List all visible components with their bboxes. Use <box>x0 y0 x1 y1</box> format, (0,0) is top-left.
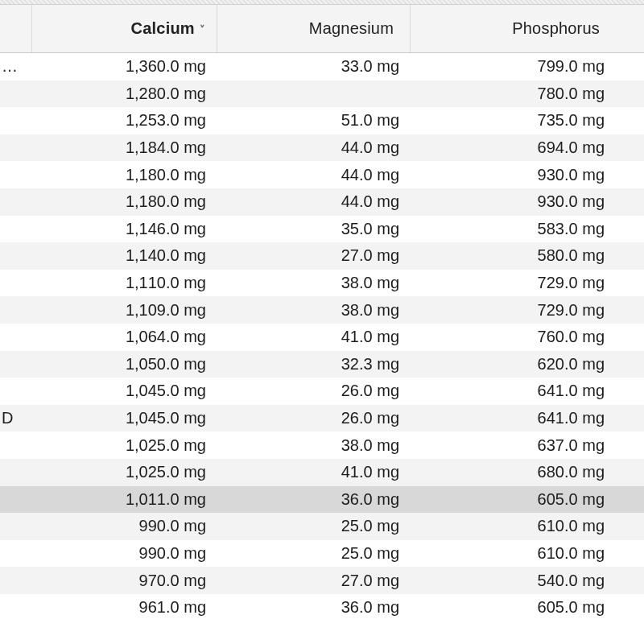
cell-phosphorus: 583.0 mg <box>411 216 616 243</box>
cell-calcium: 1,025.0 mg <box>32 459 217 486</box>
cell-phosphorus: 680.0 mg <box>411 459 616 486</box>
table-row[interactable]: 990.0 mg25.0 mg610.0 mg <box>0 513 644 540</box>
row-stub <box>0 216 32 243</box>
cell-phosphorus: 610.0 mg <box>411 513 616 540</box>
chevron-down-icon: ˅ <box>200 23 205 35</box>
table-row[interactable]: 1,253.0 mg51.0 mg735.0 mg <box>0 107 644 134</box>
table-row[interactable]: 1,025.0 mg38.0 mg637.0 mg <box>0 431 644 459</box>
cell-phosphorus: 930.0 mg <box>411 161 616 188</box>
row-stub <box>0 540 32 568</box>
cell-phosphorus: 729.0 mg <box>411 296 616 324</box>
table-row[interactable]: 1,140.0 mg27.0 mg580.0 mg <box>0 242 644 270</box>
row-stub <box>0 270 32 297</box>
data-table-view: Calcium ˅ Magnesium Phosphorus …1,360.0 … <box>0 0 644 644</box>
cell-calcium: 1,064.0 mg <box>32 324 217 351</box>
table-row[interactable]: 1,180.0 mg44.0 mg930.0 mg <box>0 188 644 216</box>
cell-magnesium: 44.0 mg <box>217 188 411 216</box>
row-stub <box>0 107 32 134</box>
cell-calcium: 1,140.0 mg <box>32 242 217 270</box>
cell-magnesium: 32.3 mg <box>217 351 411 378</box>
cell-phosphorus: 605.0 mg <box>411 486 616 514</box>
cell-calcium: 961.0 mg <box>32 594 217 621</box>
cell-calcium: 1,180.0 mg <box>32 188 217 216</box>
table-row[interactable]: …1,360.0 mg33.0 mg799.0 mg <box>0 53 644 80</box>
cell-magnesium: 25.0 mg <box>217 513 411 540</box>
cell-magnesium: 44.0 mg <box>217 134 411 162</box>
cell-calcium: 1,011.0 mg <box>32 486 217 514</box>
cell-phosphorus: 620.0 mg <box>411 351 616 378</box>
table-row[interactable]: D1,045.0 mg26.0 mg641.0 mg <box>0 405 644 432</box>
row-stub <box>0 80 32 108</box>
row-stub <box>0 486 32 514</box>
cell-calcium: 990.0 mg <box>32 513 217 540</box>
table-row[interactable]: 1,146.0 mg35.0 mg583.0 mg <box>0 216 644 243</box>
cell-phosphorus: 610.0 mg <box>411 540 616 568</box>
cell-calcium: 990.0 mg <box>32 540 217 568</box>
cell-phosphorus: 580.0 mg <box>411 242 616 270</box>
cell-magnesium: 36.0 mg <box>217 594 411 621</box>
cell-calcium: 1,050.0 mg <box>32 351 217 378</box>
cell-magnesium: 38.0 mg <box>217 270 411 297</box>
cell-magnesium: 41.0 mg <box>217 459 411 486</box>
cell-magnesium: 27.0 mg <box>217 242 411 270</box>
row-stub <box>0 513 32 540</box>
table-row[interactable]: 1,110.0 mg38.0 mg729.0 mg <box>0 270 644 297</box>
column-header-phosphorus[interactable]: Phosphorus <box>411 5 616 52</box>
cell-magnesium: 51.0 mg <box>217 107 411 134</box>
cell-magnesium: 38.0 mg <box>217 431 411 459</box>
cell-calcium: 1,025.0 mg <box>32 431 217 459</box>
row-stub: … <box>0 53 32 80</box>
cell-calcium: 1,180.0 mg <box>32 161 217 188</box>
cell-calcium: 970.0 mg <box>32 567 217 594</box>
header-stub-cell[interactable] <box>0 5 32 52</box>
table-row[interactable]: 990.0 mg25.0 mg610.0 mg <box>0 540 644 568</box>
row-stub <box>0 242 32 270</box>
cell-magnesium: 33.0 mg <box>217 53 411 80</box>
table-row[interactable]: 1,184.0 mg44.0 mg694.0 mg <box>0 134 644 162</box>
cell-phosphorus: 605.0 mg <box>411 594 616 621</box>
table-row[interactable]: 961.0 mg36.0 mg605.0 mg <box>0 594 644 621</box>
cell-calcium: 1,110.0 mg <box>32 270 217 297</box>
cell-calcium: 1,045.0 mg <box>32 378 217 405</box>
table-row[interactable]: 1,280.0 mg780.0 mg <box>0 80 644 108</box>
cell-magnesium: 25.0 mg <box>217 540 411 568</box>
column-header-magnesium[interactable]: Magnesium <box>217 5 411 52</box>
cell-phosphorus: 641.0 mg <box>411 378 616 405</box>
cell-calcium: 1,146.0 mg <box>32 216 217 243</box>
cell-magnesium: 26.0 mg <box>217 405 411 432</box>
cell-calcium: 1,360.0 mg <box>32 53 217 80</box>
table-row[interactable]: 1,109.0 mg38.0 mg729.0 mg <box>0 296 644 324</box>
cell-calcium: 1,045.0 mg <box>32 405 217 432</box>
cell-magnesium: 38.0 mg <box>217 296 411 324</box>
cell-phosphorus: 799.0 mg <box>411 53 616 80</box>
cell-calcium: 1,253.0 mg <box>32 107 217 134</box>
row-stub <box>0 324 32 351</box>
cell-calcium: 1,184.0 mg <box>32 134 217 162</box>
cell-magnesium: 44.0 mg <box>217 161 411 188</box>
row-stub <box>0 161 32 188</box>
cell-calcium: 1,109.0 mg <box>32 296 217 324</box>
cell-phosphorus: 735.0 mg <box>411 107 616 134</box>
table-row[interactable]: 1,045.0 mg26.0 mg641.0 mg <box>0 378 644 405</box>
column-label: Phosphorus <box>512 19 605 38</box>
cell-magnesium: 35.0 mg <box>217 216 411 243</box>
table-row[interactable]: 1,064.0 mg41.0 mg760.0 mg <box>0 324 644 351</box>
table-row[interactable]: 970.0 mg27.0 mg540.0 mg <box>0 567 644 594</box>
row-stub <box>0 378 32 405</box>
column-header-calcium[interactable]: Calcium ˅ <box>32 5 217 52</box>
table-header: Calcium ˅ Magnesium Phosphorus <box>0 5 644 53</box>
table-row[interactable]: 1,025.0 mg41.0 mg680.0 mg <box>0 459 644 486</box>
cell-magnesium: 41.0 mg <box>217 324 411 351</box>
table-row[interactable]: 1,050.0 mg32.3 mg620.0 mg <box>0 351 644 378</box>
row-stub <box>0 594 32 621</box>
table-row[interactable]: 1,180.0 mg44.0 mg930.0 mg <box>0 161 644 188</box>
cell-phosphorus: 729.0 mg <box>411 270 616 297</box>
cell-phosphorus: 694.0 mg <box>411 134 616 162</box>
column-label: Magnesium <box>309 19 398 38</box>
row-stub <box>0 188 32 216</box>
cell-phosphorus: 780.0 mg <box>411 80 616 108</box>
cell-calcium: 1,280.0 mg <box>32 80 217 108</box>
table-row[interactable]: 1,011.0 mg36.0 mg605.0 mg <box>0 486 644 514</box>
cell-magnesium: 36.0 mg <box>217 486 411 514</box>
row-stub <box>0 567 32 594</box>
